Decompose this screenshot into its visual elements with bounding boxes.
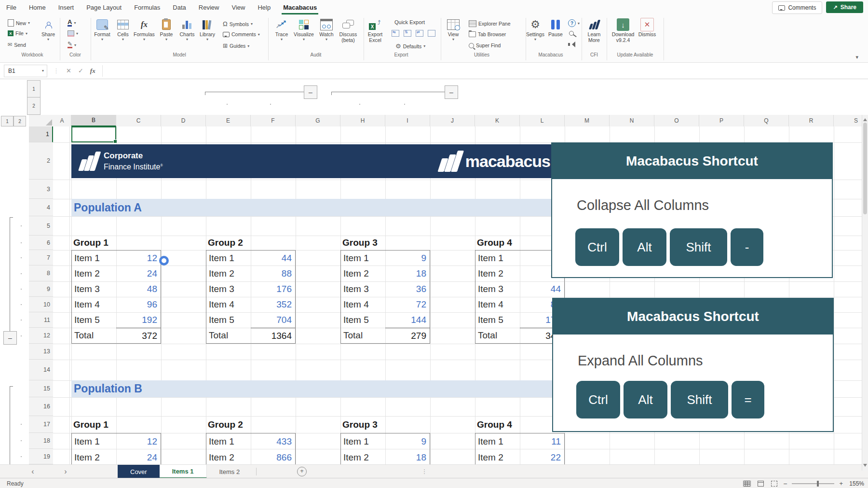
license-button[interactable] [569,31,574,36]
quick-export-icon[interactable]: ⇅ [404,30,411,37]
column-header[interactable]: L [520,115,565,126]
name-box[interactable]: B1 ▾ [4,65,47,77]
download-button[interactable]: ↓ Download v9.2.4 [612,18,634,43]
watch-button[interactable]: Watch ▾ [316,18,337,42]
select-all-corner[interactable] [29,115,54,127]
send-button[interactable]: ✉ Send [8,42,26,48]
table-row[interactable]: Item 3 176 [206,281,295,297]
new-sheet-button[interactable]: + [297,467,307,476]
settings-button[interactable]: ⚙ Settings ▾ [525,18,546,42]
row-outline-level-2[interactable]: 2 [14,116,26,126]
comments-ribbon-button[interactable]: Comments ▾ [223,31,260,37]
comments-button[interactable]: Comments [772,1,822,14]
table-row[interactable]: Item 4 96 [72,297,161,312]
defaults-button[interactable]: ⚙ Defaults ▾ [395,42,425,50]
sheet-tab-items1[interactable]: Items 1 [160,465,207,478]
page-break-view-button[interactable] [770,480,778,487]
table-row[interactable]: Item 4 352 [206,297,295,312]
column-header[interactable]: O [654,115,699,126]
prev-sheet-icon[interactable]: ‹ [28,467,38,476]
super-find-button[interactable]: Super Find [469,42,501,48]
guides-button[interactable]: ⊞ Guides ▾ [223,42,249,49]
column-header[interactable]: R [789,115,834,126]
table-row[interactable]: Item 1 433 [206,433,295,449]
border-color-button[interactable]: ✎ ▾ [68,42,76,48]
collapse-columns-button[interactable]: – [304,85,317,99]
column-header[interactable]: E [206,115,251,126]
zoom-in-button[interactable]: + [839,480,843,487]
tab-page-layout[interactable]: Page Layout [80,0,128,15]
col-outline-level-1[interactable]: 1 [27,80,41,98]
table-row[interactable]: Item 5 704 [206,312,295,328]
new-button[interactable]: New ▾ [8,19,30,27]
scroll-up-icon[interactable] [863,116,867,121]
tab-view[interactable]: View [225,0,251,15]
row-header[interactable]: 2 [29,142,53,180]
tab-data[interactable]: Data [166,0,192,15]
sheet-tab-items2[interactable]: Items 2 [207,465,253,478]
column-header[interactable]: G [296,115,340,126]
table-row[interactable]: Item 2 24 [72,266,161,281]
row-header[interactable]: 15 [29,380,53,397]
tab-browser-button[interactable]: Tab Browser [469,31,506,37]
row-header[interactable]: 3 [29,180,53,199]
explorer-pane-button[interactable]: Explorer Pane [469,20,511,27]
table-row[interactable]: Item 2 18 [341,266,430,281]
insert-function-icon[interactable]: fx [90,67,95,75]
next-sheet-icon[interactable]: › [61,467,70,476]
tab-help[interactable]: Help [251,0,277,15]
table-row[interactable]: Item 1 9 [341,433,430,449]
total-row[interactable]: Total 372 [72,328,161,343]
trace-button[interactable]: ↗↗↗ Trace ▾ [271,18,292,42]
fill-color-button[interactable]: ▾ [68,30,78,37]
row-header[interactable]: 5 [29,216,53,236]
table-row[interactable]: Item 3 48 [72,281,161,297]
zoom-percentage[interactable]: 155% [848,480,864,487]
table-row[interactable]: Item 4 72 [341,297,430,312]
zoom-out-button[interactable]: − [783,480,787,488]
total-row[interactable]: Total 1364 [206,328,295,343]
table-row[interactable]: Item 3 44 [475,281,564,297]
collapse-columns-button[interactable]: – [445,85,458,99]
table-row[interactable]: Item 5 192 [72,312,161,328]
quick-export-icon[interactable]: ⇄ [416,30,423,37]
column-header[interactable]: C [116,115,161,126]
table-row[interactable]: Item 1 11 [475,433,564,449]
table-row[interactable]: Item 4 88 [475,297,564,312]
row-header[interactable]: 14 [29,360,53,380]
share-button[interactable]: ↗ Share [826,1,863,13]
total-row[interactable]: Total 279 [341,328,430,343]
table-row[interactable]: Item 2 88 [206,266,295,281]
collapse-ribbon-icon[interactable]: ▾ [855,54,858,60]
table-row[interactable]: Item 3 36 [341,281,430,297]
column-header[interactable]: H [340,115,385,126]
tab-file[interactable]: File [0,0,23,15]
column-header[interactable]: M [565,115,610,126]
font-color-button[interactable]: A ▾ [68,19,76,27]
column-header[interactable]: F [251,115,296,126]
row-header[interactable]: 13 [29,344,53,360]
sheet-tab-cover[interactable]: Cover [118,465,160,478]
formulas-button[interactable]: fx Formulas ▾ [134,18,155,42]
column-header[interactable]: J [430,115,475,126]
vertical-scrollbar-thumb[interactable] [863,123,867,214]
column-header[interactable]: N [610,115,654,126]
table-row[interactable]: Item 5 144 [341,312,430,328]
table-row[interactable]: Item 5 176 [475,312,564,328]
page-layout-view-button[interactable] [756,480,765,487]
cancel-icon[interactable]: ✕ [66,67,71,74]
formula-input[interactable] [102,65,863,77]
pause-button[interactable]: Pause [545,18,566,37]
col-outline-level-2[interactable]: 2 [27,97,41,115]
tab-formulas[interactable]: Formulas [128,0,166,15]
quick-export-icon[interactable]: ⇆ [392,30,399,37]
tab-home[interactable]: Home [23,0,52,15]
column-header[interactable]: D [161,115,206,126]
tab-macabacus[interactable]: Macabacus [277,0,323,15]
table-row[interactable]: Item 1 44 [206,251,295,266]
normal-view-button[interactable] [743,480,751,487]
row-header[interactable]: 1 [29,126,53,142]
table-row[interactable]: Item 1 9 [341,251,430,266]
library-button[interactable]: Library ▾ [197,18,218,42]
file-button[interactable]: X File ▾ [8,30,27,36]
